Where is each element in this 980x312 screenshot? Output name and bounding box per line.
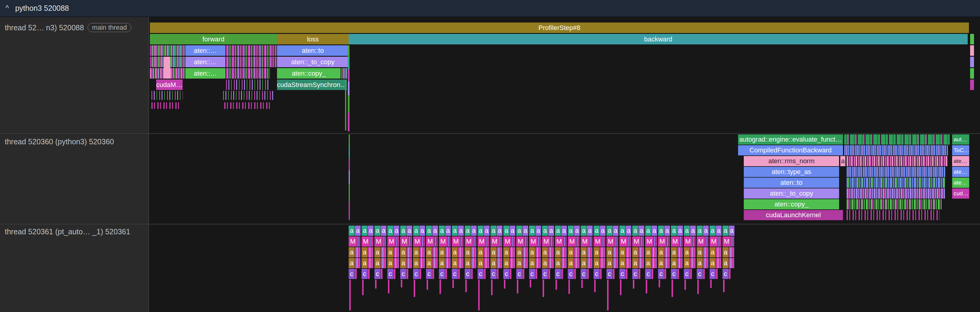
kernel-span[interactable]: a bbox=[529, 247, 535, 257]
kernel-span[interactable]: a bbox=[471, 226, 477, 236]
kernel-span[interactable]: a bbox=[419, 226, 425, 236]
kernel-span[interactable]: a bbox=[587, 226, 593, 236]
kernel-span[interactable]: a bbox=[503, 247, 509, 257]
kernel-span[interactable]: a bbox=[503, 226, 509, 236]
kernel-span[interactable]: a bbox=[522, 226, 528, 236]
kernel-span[interactable]: c bbox=[490, 269, 496, 279]
kernel-span[interactable]: M bbox=[593, 236, 602, 247]
kernel-span[interactable]: M bbox=[413, 236, 422, 247]
kernel-span[interactable]: M bbox=[477, 236, 486, 247]
kernel-span[interactable]: c bbox=[697, 269, 703, 279]
kernel-span[interactable]: a bbox=[697, 247, 703, 257]
kernel-span[interactable]: a bbox=[348, 226, 355, 236]
kernel-span[interactable]: M bbox=[426, 236, 434, 247]
kernel-span[interactable]: a bbox=[671, 258, 677, 268]
kernel-span[interactable]: a bbox=[439, 247, 445, 257]
trace-span[interactable]: aten::copy_ bbox=[277, 68, 340, 79]
kernel-span[interactable]: a bbox=[638, 226, 644, 236]
kernel-span[interactable]: M bbox=[658, 236, 667, 247]
kernel-span[interactable]: a bbox=[613, 226, 619, 236]
kernel-span[interactable]: a bbox=[581, 247, 587, 257]
kernel-span[interactable]: a bbox=[677, 226, 683, 236]
kernel-span[interactable]: a bbox=[722, 258, 729, 268]
trace-span[interactable]: aten::… bbox=[185, 45, 226, 56]
kernel-span[interactable]: M bbox=[710, 236, 718, 247]
kernel-span[interactable]: a bbox=[368, 226, 374, 236]
kernel-span[interactable]: M bbox=[374, 236, 383, 247]
kernel-span[interactable]: a bbox=[516, 247, 522, 257]
kernel-span[interactable]: a bbox=[490, 258, 496, 268]
kernel-span[interactable]: a bbox=[387, 226, 393, 236]
kernel-span[interactable]: a bbox=[452, 247, 458, 257]
kernel-span[interactable]: a bbox=[374, 226, 380, 236]
kernel-span[interactable]: a bbox=[568, 226, 574, 236]
trace-span[interactable]: ProfilerStep#8 bbox=[150, 22, 969, 33]
trace-span[interactable]: aten::… bbox=[185, 68, 226, 79]
kernel-span[interactable]: a bbox=[407, 226, 412, 236]
kernel-span[interactable]: a bbox=[690, 226, 696, 236]
kernel-span[interactable]: a bbox=[671, 226, 677, 236]
kernel-span[interactable]: a bbox=[439, 226, 445, 236]
kernel-span[interactable]: a bbox=[703, 226, 709, 236]
kernel-span[interactable]: a bbox=[477, 226, 484, 236]
kernel-span[interactable]: c bbox=[671, 269, 677, 279]
trace-span[interactable]: cudaM… bbox=[156, 80, 183, 90]
kernel-span[interactable]: a bbox=[361, 258, 368, 268]
kernel-span[interactable]: a bbox=[626, 226, 632, 236]
trace-span[interactable]: aten::to bbox=[277, 45, 348, 56]
kernel-span[interactable]: a bbox=[651, 226, 657, 236]
kernel-span[interactable]: a bbox=[619, 226, 625, 236]
kernel-span[interactable]: a bbox=[458, 226, 464, 236]
kernel-span[interactable]: a bbox=[445, 226, 451, 236]
kernel-span[interactable]: a bbox=[361, 226, 368, 236]
kernel-span[interactable]: a bbox=[619, 247, 625, 257]
kernel-span[interactable]: a bbox=[710, 226, 716, 236]
kernel-span[interactable]: M bbox=[503, 236, 512, 247]
kernel-span[interactable]: a bbox=[645, 258, 651, 268]
kernel-span[interactable]: c bbox=[568, 269, 574, 279]
kernel-span[interactable]: a bbox=[387, 258, 393, 268]
kernel-span[interactable]: a bbox=[568, 247, 574, 257]
kernel-span[interactable]: c bbox=[439, 269, 445, 279]
kernel-span[interactable]: a bbox=[413, 247, 419, 257]
kernel-span[interactable]: a bbox=[555, 258, 561, 268]
trace-span[interactable]: forward bbox=[150, 34, 277, 45]
kernel-span[interactable]: c bbox=[361, 269, 368, 279]
kernel-span[interactable]: a bbox=[658, 247, 664, 257]
kernel-span[interactable]: a bbox=[606, 258, 612, 268]
kernel-span[interactable]: c bbox=[555, 269, 561, 279]
kernel-span[interactable]: a bbox=[600, 226, 606, 236]
kernel-span[interactable]: a bbox=[658, 226, 664, 236]
kernel-span[interactable]: M bbox=[516, 236, 525, 247]
trace-span[interactable]: a bbox=[840, 156, 845, 166]
kernel-span[interactable]: c bbox=[593, 269, 600, 279]
kernel-span[interactable]: M bbox=[697, 236, 705, 247]
kernel-span[interactable]: M bbox=[606, 236, 615, 247]
kernel-span[interactable]: a bbox=[542, 258, 548, 268]
kernel-span[interactable]: M bbox=[671, 236, 679, 247]
kernel-span[interactable]: a bbox=[645, 226, 651, 236]
kernel-span[interactable]: M bbox=[619, 236, 628, 247]
kernel-span[interactable]: a bbox=[632, 258, 638, 268]
kernel-span[interactable]: a bbox=[593, 247, 600, 257]
trace-span[interactable]: ToC… bbox=[952, 145, 969, 155]
kernel-span[interactable]: a bbox=[722, 247, 729, 257]
trace-span[interactable]: cudaStreamSynchron… bbox=[277, 80, 347, 90]
kernel-span[interactable]: M bbox=[400, 236, 409, 247]
kernel-span[interactable]: M bbox=[348, 236, 357, 247]
kernel-span[interactable]: a bbox=[632, 226, 638, 236]
trace-span[interactable]: aten::_to_copy bbox=[277, 57, 348, 67]
kernel-span[interactable]: a bbox=[490, 226, 496, 236]
kernel-span[interactable]: a bbox=[348, 258, 355, 268]
kernel-span[interactable]: a bbox=[465, 226, 471, 236]
kernel-span[interactable]: a bbox=[477, 258, 484, 268]
kernel-span[interactable]: a bbox=[716, 226, 722, 236]
trace-span[interactable]: ate… bbox=[952, 167, 969, 177]
kernel-span[interactable]: a bbox=[542, 226, 548, 236]
kernel-span[interactable]: a bbox=[729, 226, 735, 236]
kernel-span[interactable]: a bbox=[400, 258, 406, 268]
kernel-span[interactable]: a bbox=[413, 258, 419, 268]
kernel-span[interactable]: a bbox=[497, 226, 503, 236]
kernel-span[interactable]: M bbox=[645, 236, 654, 247]
kernel-span[interactable]: c bbox=[710, 269, 716, 279]
